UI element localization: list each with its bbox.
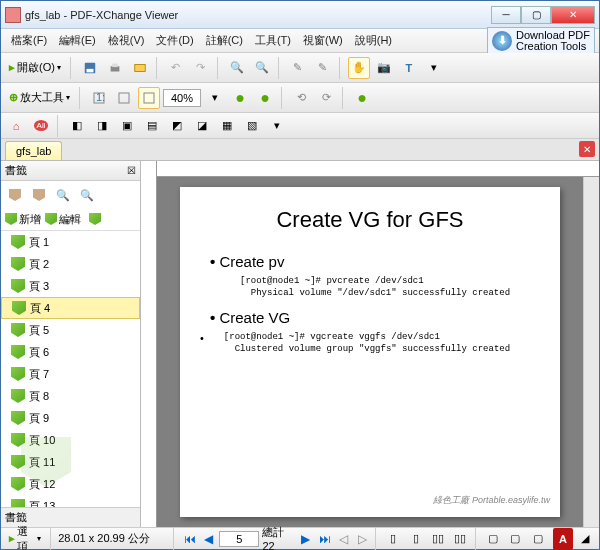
menu-document[interactable]: 文件(D) <box>150 31 199 50</box>
first-page-icon[interactable]: ⏮ <box>182 530 198 548</box>
download-tools-button[interactable]: ⬇ Download PDF Creation Tools <box>487 27 595 55</box>
tool-b-icon[interactable]: ✎ <box>312 57 334 79</box>
layout-3-icon[interactable]: ▯▯ <box>428 528 447 550</box>
zoom-input[interactable] <box>163 89 201 107</box>
svg-rect-8 <box>144 93 154 103</box>
redo-icon[interactable]: ↷ <box>190 57 212 79</box>
annot-1-icon[interactable]: ◧ <box>66 115 88 137</box>
prev-page-icon[interactable]: ◀ <box>201 530 217 548</box>
page-watermark: 綠色工廠 Portable.easylife.tw <box>433 494 550 507</box>
svg-rect-4 <box>135 64 146 71</box>
next-page-icon[interactable]: ▶ <box>298 530 314 548</box>
svg-rect-1 <box>86 68 93 72</box>
annot-6-icon[interactable]: ◪ <box>191 115 213 137</box>
view-c-icon[interactable]: ▢ <box>528 528 547 550</box>
bookmark-item[interactable]: 頁 2 <box>1 253 140 275</box>
save-icon[interactable] <box>79 57 101 79</box>
open-button[interactable]: ▸開啟(O)▾ <box>5 60 65 75</box>
maximize-button[interactable]: ▢ <box>521 6 551 24</box>
titlebar: gfs_lab - PDF-XChange Viewer ─ ▢ ✕ <box>1 1 599 29</box>
menu-file[interactable]: 檔案(F) <box>5 31 53 50</box>
undo-icon[interactable]: ↶ <box>165 57 187 79</box>
view-b-icon[interactable]: ▢ <box>506 528 525 550</box>
rotate-left-icon[interactable]: ⟲ <box>290 87 312 109</box>
menu-view[interactable]: 檢視(V) <box>102 31 151 50</box>
home-icon[interactable]: ⌂ <box>5 115 27 137</box>
bookmark-item[interactable]: 頁 7 <box>1 363 140 385</box>
last-page-icon[interactable]: ⏭ <box>317 530 333 548</box>
menu-tools[interactable]: 工具(T) <box>249 31 297 50</box>
bookmark-item[interactable]: 頁 4 <box>1 297 140 319</box>
minimize-button[interactable]: ─ <box>491 6 521 24</box>
bookmark-item[interactable]: 頁 1 <box>1 231 140 253</box>
bm-tool-5-icon[interactable] <box>85 209 105 229</box>
bm-add-button[interactable]: 新增 <box>5 212 41 227</box>
annot-7-icon[interactable]: ▦ <box>216 115 238 137</box>
bookmark-list[interactable]: 頁 1頁 2頁 3頁 4頁 5頁 6頁 7頁 8頁 9頁 10頁 11頁 12頁… <box>1 231 140 507</box>
status-extra-icon[interactable]: ◢ <box>576 528 595 550</box>
bookmarks-panel: 書籤 ☒ 🔍 🔍 新增 編輯 頁 1頁 2頁 3頁 4頁 5頁 6頁 7頁 8頁… <box>1 161 141 527</box>
zoom-dropdown-icon[interactable]: ▾ <box>204 87 226 109</box>
bm-tool-1-icon[interactable] <box>5 185 25 205</box>
tab-close-icon[interactable]: ✕ <box>579 141 595 157</box>
bookmark-item[interactable]: 頁 8 <box>1 385 140 407</box>
rotate-right-icon[interactable]: ⟳ <box>315 87 337 109</box>
find-icon[interactable]: 🔍 <box>226 57 248 79</box>
annot-8-icon[interactable]: ▧ <box>241 115 263 137</box>
zoom-in-icon[interactable]: ● <box>254 87 276 109</box>
bm-tool-2-icon[interactable] <box>29 185 49 205</box>
bookmark-icon <box>11 499 25 507</box>
nav-back-icon[interactable]: ◁ <box>336 530 352 548</box>
bookmark-item[interactable]: 頁 5 <box>1 319 140 341</box>
annot-more-icon[interactable]: ▾ <box>266 115 288 137</box>
print-icon[interactable] <box>104 57 126 79</box>
menu-edit[interactable]: 編輯(E) <box>53 31 102 50</box>
dropdown-icon[interactable]: ▾ <box>423 57 445 79</box>
panel-close-icon[interactable]: ☒ <box>127 165 136 176</box>
scrollbar-vertical[interactable] <box>583 177 599 527</box>
annot-2-icon[interactable]: ◨ <box>91 115 113 137</box>
adobe-icon[interactable]: A <box>553 528 572 550</box>
annot-5-icon[interactable]: ◩ <box>166 115 188 137</box>
annot-4-icon[interactable]: ▤ <box>141 115 163 137</box>
bookmark-icon <box>11 323 25 337</box>
view-a-icon[interactable]: ▢ <box>484 528 503 550</box>
options-button[interactable]: ▸選項▾ <box>5 524 45 551</box>
note-icon[interactable]: All <box>30 115 52 137</box>
slide-heading-2: Create VG <box>210 309 530 326</box>
bm-zoom-out-icon[interactable]: 🔍 <box>77 185 97 205</box>
layout-4-icon[interactable]: ▯▯ <box>451 528 470 550</box>
zoom-tool-button[interactable]: ⊕放大工具▾ <box>5 90 74 105</box>
page-viewport[interactable]: Create VG for GFS Create pv [root@node1 … <box>157 177 583 527</box>
zoom-out-icon[interactable]: ● <box>229 87 251 109</box>
layout-1-icon[interactable]: ▯ <box>384 528 403 550</box>
fit-page-icon[interactable]: 1:1 <box>88 87 110 109</box>
hand-tool-icon[interactable]: ✋ <box>348 57 370 79</box>
layout-2-icon[interactable]: ▯ <box>406 528 425 550</box>
document-area: Create VG for GFS Create pv [root@node1 … <box>141 161 599 527</box>
bm-zoom-in-icon[interactable]: 🔍 <box>53 185 73 205</box>
bookmark-item[interactable]: 頁 6 <box>1 341 140 363</box>
menu-comment[interactable]: 註解(C) <box>200 31 249 50</box>
bookmark-icon <box>11 411 25 425</box>
add-icon[interactable]: ● <box>351 87 373 109</box>
bookmark-item[interactable]: 頁 3 <box>1 275 140 297</box>
window-title: gfs_lab - PDF-XChange Viewer <box>25 9 491 21</box>
nav-fwd-icon[interactable]: ▷ <box>354 530 370 548</box>
tab-gfs-lab[interactable]: gfs_lab <box>5 141 62 160</box>
search-icon[interactable]: 🔍 <box>251 57 273 79</box>
email-icon[interactable] <box>129 57 151 79</box>
close-button[interactable]: ✕ <box>551 6 595 24</box>
bookmark-item[interactable]: 頁 9 <box>1 407 140 429</box>
fit-actual-icon[interactable] <box>138 87 160 109</box>
annot-3-icon[interactable]: ▣ <box>116 115 138 137</box>
select-text-icon[interactable]: T <box>398 57 420 79</box>
menu-help[interactable]: 說明(H) <box>349 31 398 50</box>
menu-window[interactable]: 視窗(W) <box>297 31 349 50</box>
snapshot-icon[interactable]: 📷 <box>373 57 395 79</box>
fit-width-icon[interactable] <box>113 87 135 109</box>
bm-edit-button[interactable]: 編輯 <box>45 212 81 227</box>
page-number-input[interactable] <box>219 531 259 547</box>
tool-a-icon[interactable]: ✎ <box>287 57 309 79</box>
bookmark-icon <box>11 257 25 271</box>
